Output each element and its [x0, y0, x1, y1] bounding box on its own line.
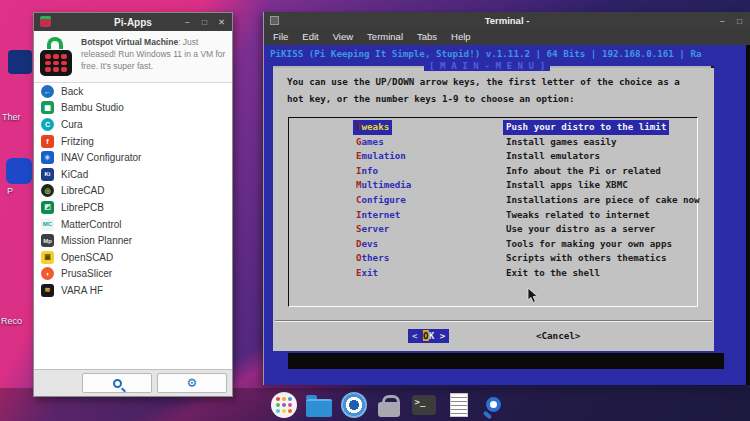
cancel-button[interactable]: <Cancel> — [536, 329, 580, 343]
close-icon[interactable]: ✕ — [213, 13, 230, 31]
list-item-mission-planner[interactable]: MpMission Planner — [34, 232, 232, 249]
list-item-mattercontrol[interactable]: MCMatterControl — [34, 216, 232, 233]
list-item-vara-hf[interactable]: ≋VARA HF — [34, 282, 232, 299]
list-item-fritzing[interactable]: fFritzing — [34, 133, 232, 150]
librepcb-icon: ◩ — [41, 201, 54, 214]
search-icon — [113, 379, 122, 388]
list-item-librepcb[interactable]: ◩LibrePCB — [34, 199, 232, 216]
app-label: Cura — [61, 119, 83, 130]
menu-item-devs[interactable]: DevsTools for making your own apps — [289, 237, 697, 252]
menu-item-multimedia[interactable]: MultimediaInstall apps like XBMC — [289, 178, 697, 193]
fritzing-icon: f — [41, 135, 54, 148]
main-menu-dialog: You can use the UP/DOWN arrow keys, the … — [273, 68, 714, 351]
bambu-studio-icon: ▦ — [41, 101, 54, 114]
minimize-icon[interactable]: − — [714, 12, 731, 30]
menu-item-internet[interactable]: InternetTweaks related to internet — [289, 208, 697, 223]
menu-item-tweaks[interactable]: TweaksPush your distro to the limit — [289, 120, 697, 135]
menu-item-server[interactable]: ServerUse your distro as a server — [289, 222, 697, 237]
botspot-bag-icon — [40, 36, 74, 76]
dialog-separator — [275, 320, 712, 322]
desktop-icon-fragment[interactable] — [8, 50, 32, 74]
app-store-icon[interactable] — [375, 391, 402, 418]
app-label: Fritzing — [61, 136, 94, 147]
app-label: KiCad — [61, 169, 88, 180]
menu-help[interactable]: Help — [444, 29, 478, 45]
desktop-icon-label[interactable]: Reco — [1, 316, 22, 326]
app-label: OpenSCAD — [61, 252, 113, 263]
list-item-bambu-studio[interactable]: ▦Bambu Studio — [34, 100, 232, 117]
dialog-title: [ M A I N - M E N U ] — [424, 60, 550, 71]
menu-item-description: Tweaks related to internet — [503, 208, 653, 223]
menu-item-games[interactable]: GamesInstall games easily — [289, 135, 697, 150]
pi-apps-window: Pi-Apps − □ ✕ Botspot Virtual Machine: J… — [33, 12, 233, 397]
menu-terminal[interactable]: Terminal — [360, 29, 410, 45]
list-item-openscad[interactable]: ▣OpenSCAD — [34, 249, 232, 266]
app-label: VARA HF — [61, 285, 103, 296]
pi-apps-titlebar[interactable]: Pi-Apps − □ ✕ — [34, 13, 232, 31]
vara-hf-icon: ≋ — [41, 284, 54, 297]
menu-item-description: Use your distro as a server — [503, 222, 658, 237]
menu-item-info[interactable]: InfoInfo about the Pi or related — [289, 164, 697, 179]
minimize-icon[interactable]: − — [179, 13, 196, 31]
prusaslicer-icon: ◗ — [41, 267, 54, 280]
whiptail-screen: PiKISS (Pi Keeping It Simple, Stupid!) v… — [264, 45, 746, 385]
terminal-app-icon — [270, 16, 279, 25]
search-button[interactable] — [82, 373, 152, 393]
app-launcher-icon[interactable] — [270, 391, 297, 418]
menu-list-box: TweaksPush your distro to the limitGames… — [288, 117, 698, 307]
menu-item-others[interactable]: OthersScripts with others thematics — [289, 251, 697, 266]
menu-item-exit[interactable]: ExitExit to the shell — [289, 266, 697, 281]
menu-item-description: Exit to the shell — [503, 266, 603, 281]
cura-icon: C — [41, 118, 54, 131]
desktop-icon-label[interactable]: P — [7, 186, 13, 196]
openscad-icon: ▣ — [41, 251, 54, 264]
announcement-text: Botspot Virtual Machine: Just released! … — [81, 36, 226, 77]
menu-item-description: Info about the Pi or related — [503, 164, 664, 179]
menu-tabs[interactable]: Tabs — [410, 29, 444, 45]
file-manager-icon[interactable] — [305, 391, 332, 418]
list-item-inav-configurator[interactable]: ✳INAV Configurator — [34, 149, 232, 166]
app-list: ←Back▦Bambu StudioCCurafFritzing✳INAV Co… — [34, 83, 232, 299]
list-item-kicad[interactable]: KiKiCad — [34, 166, 232, 183]
back-icon: ← — [41, 85, 54, 98]
menu-item-configure[interactable]: ConfigureInstallations are piece of cake… — [289, 193, 697, 208]
list-item-prusaslicer[interactable]: ◗PrusaSlicer — [34, 266, 232, 283]
menu-item-description: Install emulators — [503, 149, 603, 164]
terminal-icon[interactable]: >_ — [410, 391, 437, 418]
app-label: INAV Configurator — [61, 152, 141, 163]
list-item-librecad[interactable]: ◎LibreCAD — [34, 183, 232, 200]
menu-item-description: Tools for making your own apps — [503, 237, 675, 252]
terminal-titlebar[interactable]: Terminal - − □ — [264, 12, 750, 29]
list-item-cura[interactable]: CCura — [34, 116, 232, 133]
pikiss-header: PiKISS (Pi Keeping It Simple, Stupid!) v… — [270, 48, 701, 59]
desktop-icon-fragment[interactable] — [6, 158, 32, 184]
pi-apps-title: Pi-Apps — [114, 17, 152, 28]
announcement-banner[interactable]: Botspot Virtual Machine: Just released! … — [34, 31, 232, 83]
text-editor-icon[interactable] — [445, 391, 472, 418]
maximize-icon[interactable]: □ — [731, 12, 748, 30]
mattercontrol-icon: MC — [41, 218, 54, 231]
maximize-icon[interactable]: □ — [196, 13, 213, 31]
pi-apps-footer: ⚙ — [34, 369, 232, 396]
menu-item-emulation[interactable]: EmulationInstall emulators — [289, 149, 697, 164]
desktop-icon-label[interactable]: Ther — [2, 112, 21, 122]
menu-file[interactable]: File — [266, 29, 295, 45]
menu-view[interactable]: View — [326, 29, 360, 45]
menu-edit[interactable]: Edit — [295, 29, 325, 45]
chromium-browser-icon[interactable] — [340, 391, 367, 418]
dialog-instructions-line2: hot key, or the number keys 1-9 to choos… — [287, 93, 575, 104]
terminal-content: PiKISS (Pi Keeping It Simple, Stupid!) v… — [264, 45, 750, 385]
terminal-window: Terminal - − □ FileEditViewTerminalTabsH… — [263, 12, 750, 385]
app-label: Back — [61, 86, 83, 97]
settings-button[interactable]: ⚙ — [157, 373, 227, 393]
terminal-title: Terminal - — [485, 15, 530, 26]
menu-item-description: Push your distro to the limit — [503, 120, 669, 135]
dialog-instructions-line1: You can use the UP/DOWN arrow keys, the … — [287, 76, 680, 87]
dialog-shadow — [288, 353, 724, 369]
ok-button[interactable]: < OK > — [408, 329, 449, 343]
mouse-cursor — [527, 287, 539, 304]
search-icon[interactable] — [480, 391, 507, 418]
list-item-back[interactable]: ←Back — [34, 83, 232, 100]
app-label: LibrePCB — [61, 202, 104, 213]
pi-apps-app-icon — [40, 16, 51, 27]
